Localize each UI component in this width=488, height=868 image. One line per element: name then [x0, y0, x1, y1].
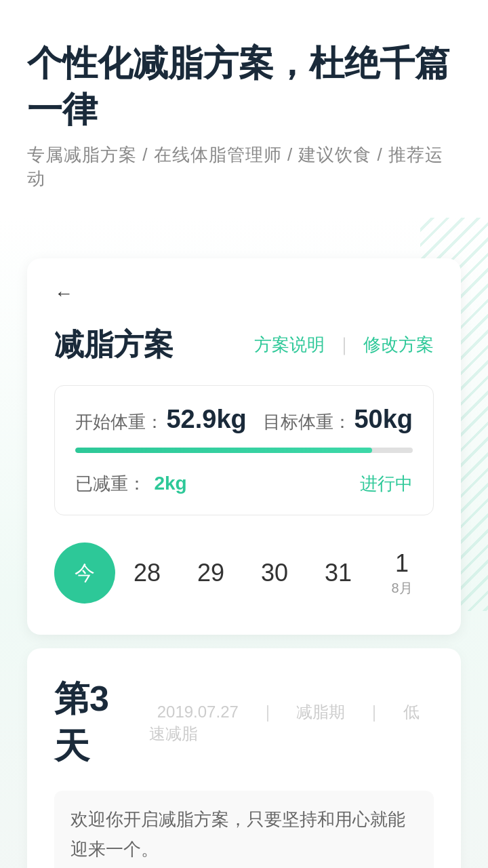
card-actions: 方案说明 ｜ 修改方案	[254, 333, 434, 357]
date-item-4[interactable]: 31	[306, 546, 370, 600]
day-section: 第3天 2019.07.27 ｜ 减脂期 ｜ 低速减脂 欢迎你开启减脂方案，只要…	[27, 648, 461, 868]
date-label: 28	[134, 559, 161, 587]
day-meta: 2019.07.27 ｜ 减脂期 ｜ 低速减脂	[149, 701, 434, 745]
weight-bottom: 已减重： 2kg 进行中	[75, 472, 413, 496]
main-title: 个性化减脂方案，杜绝千篇一律	[27, 41, 461, 132]
weight-row: 开始体重： 52.9kg 目标体重： 50kg	[75, 405, 413, 434]
sub-title: 专属减脂方案 / 在线体脂管理师 / 建议饮食 / 推荐运动	[27, 143, 461, 191]
card-header: 减脂方案 方案说明 ｜ 修改方案	[54, 325, 434, 365]
progress-fill	[75, 448, 372, 453]
action-divider: ｜	[336, 333, 352, 357]
day-header: 第3天 2019.07.27 ｜ 减脂期 ｜ 低速减脂	[54, 675, 434, 770]
date-label: 1	[395, 549, 409, 578]
date-month: 8月	[391, 579, 412, 597]
day-message: 欢迎你开启减脂方案，只要坚持和用心就能迎来一个。	[54, 791, 434, 868]
header-section: 个性化减脂方案，杜绝千篇一律 专属减脂方案 / 在线体脂管理师 / 建议饮食 /…	[0, 0, 488, 218]
date-item-5[interactable]: 18月	[370, 546, 434, 600]
back-button[interactable]: ←	[54, 283, 73, 304]
date-item-1[interactable]: 28	[115, 546, 179, 600]
plan-card: ← 减脂方案 方案说明 ｜ 修改方案 开始体重： 52.9kg 目标体重： 50…	[27, 258, 461, 635]
lost-label: 已减重：	[75, 473, 146, 494]
weight-info-box: 开始体重： 52.9kg 目标体重： 50kg 已减重： 2kg 进行中	[54, 385, 434, 515]
start-weight-label: 开始体重：	[75, 412, 163, 432]
target-weight-value: 50kg	[354, 405, 413, 433]
start-weight-group: 开始体重： 52.9kg	[75, 405, 247, 434]
back-icon: ←	[54, 283, 73, 304]
main-content: ← 减脂方案 方案说明 ｜ 修改方案 开始体重： 52.9kg 目标体重： 50…	[0, 218, 488, 868]
target-weight-group: 目标体重： 50kg	[263, 405, 413, 434]
target-weight-label: 目标体重：	[263, 412, 351, 432]
start-weight-value: 52.9kg	[166, 405, 246, 433]
date-label: 今	[75, 559, 95, 587]
separator2: ｜	[366, 703, 382, 721]
day-phase: 减脂期	[296, 703, 345, 721]
progress-bar	[75, 448, 413, 453]
modify-action[interactable]: 修改方案	[363, 333, 434, 357]
lost-weight-group: 已减重： 2kg	[75, 472, 187, 496]
date-item-2[interactable]: 29	[179, 546, 243, 600]
card-title: 减脂方案	[54, 325, 174, 365]
date-item-0[interactable]: 今	[54, 542, 115, 604]
explain-action[interactable]: 方案说明	[254, 333, 325, 357]
date-item-3[interactable]: 30	[243, 546, 306, 600]
separator1: ｜	[260, 703, 276, 721]
date-label: 31	[325, 559, 352, 587]
date-selector: 今2829303118月	[54, 536, 434, 610]
day-number: 第3天	[54, 675, 133, 770]
day-date: 2019.07.27	[157, 703, 239, 721]
lost-value: 2kg	[154, 473, 186, 494]
date-label: 29	[197, 559, 224, 587]
status-badge: 进行中	[360, 472, 413, 496]
date-label: 30	[261, 559, 288, 587]
